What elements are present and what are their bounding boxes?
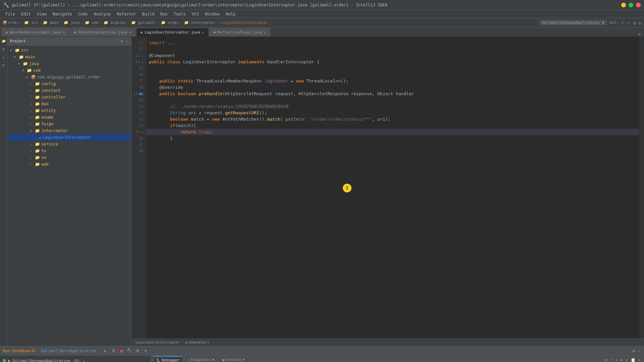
breadcrumb-sep: › (181, 340, 183, 345)
close-button[interactable] (636, 3, 641, 7)
tab-close-login[interactable]: ✕ (202, 31, 204, 34)
tab-close-reflective[interactable]: ✕ (264, 31, 266, 34)
menu-file[interactable]: File (3, 11, 18, 17)
code-line-26: } (146, 135, 639, 141)
nav-src[interactable]: 📁 src (24, 20, 38, 25)
minimize-button[interactable] (621, 3, 626, 7)
run-close-icon[interactable]: — (638, 348, 641, 354)
tree-main[interactable]: ▼ 📁 main (7, 54, 131, 60)
nav-logininterceptor[interactable]: ☕ LoginUserInterceptor (220, 20, 268, 25)
tab-overflow[interactable]: ≡ (636, 32, 643, 37)
debug-toolbar-icon4[interactable]: ⊕ (620, 357, 623, 362)
run-stop-btn[interactable]: ■ (118, 347, 125, 355)
code-line-16 (146, 71, 639, 78)
title-text: gulimall [F:\gulimall] – ...\gulimall-or… (12, 3, 387, 7)
tab-close-feign[interactable]: ✕ (129, 31, 131, 34)
scroll-gutter[interactable] (639, 37, 644, 339)
run-filter2-btn[interactable]: ≡ (142, 347, 149, 355)
tab-label-login: LoginUserInterceptor.java (145, 30, 200, 35)
menu-vcs[interactable]: VCS (189, 11, 202, 17)
menu-refactor[interactable]: Refactor (114, 11, 139, 17)
debug-toolbar-icon7[interactable]: ≡ (638, 357, 641, 362)
nav-main[interactable]: 📁 main (43, 20, 59, 25)
panel-action-collapse[interactable]: — (125, 38, 128, 44)
debug-tab-debugger[interactable]: 🐛 Debugger (154, 356, 182, 362)
tab-close-ware[interactable]: ✕ (63, 31, 65, 34)
debug-tab-console-label: Console (226, 358, 241, 362)
run-edit-icon[interactable]: ✏ (83, 359, 86, 362)
code-line-18: @Override (146, 84, 639, 90)
debug-tab-endpoints[interactable]: ⚡ Endpoints ▼ (185, 356, 217, 362)
tree-service[interactable]: ▶ 📁 service (7, 141, 131, 147)
sidebar-project-icon[interactable]: 📁 (1, 38, 6, 44)
menu-edit[interactable]: Edit (18, 11, 34, 17)
code-line-23: boolean match = new AntPathMatcher().mat… (146, 116, 639, 122)
nav-gulimall[interactable]: 📁 gulimall (131, 20, 156, 25)
tab-login-interceptor[interactable]: LoginUserInterceptor.java ✕ (136, 28, 209, 37)
nav-atguigu[interactable]: 📁 atguigu (104, 20, 126, 25)
line-num-20: 20 (131, 97, 143, 103)
nav-order[interactable]: 📦 order (3, 20, 19, 25)
nav-order2[interactable]: 📁 order (161, 20, 179, 25)
menu-code[interactable]: Code (75, 11, 91, 17)
menu-analyze[interactable]: Analyze (91, 11, 113, 17)
tree-src[interactable]: ▼ 📁 src (7, 47, 131, 54)
tree-java[interactable]: ▼ 📁 java (7, 60, 131, 67)
menu-build[interactable]: Build (140, 11, 157, 17)
run-build-btn[interactable]: 🔨 (126, 347, 133, 355)
tree-interceptor[interactable]: ▼ 📁 interceptor (7, 127, 131, 134)
nav-com[interactable]: 📁 com (85, 20, 99, 25)
tree-to[interactable]: ▶ 📁 to (7, 147, 131, 154)
sidebar-settings-icon[interactable]: ⚙ (1, 62, 6, 68)
menu-run[interactable]: Run (158, 11, 170, 17)
run-filter-btn[interactable]: ⊞ (134, 347, 141, 355)
tree-com[interactable]: ▼ 📁 com (7, 67, 131, 74)
breadcrumb-class: LoginUserInterceptor (136, 340, 180, 345)
sidebar-bookmark-icon[interactable]: ★ (1, 54, 6, 60)
debug-toolbar-icon2[interactable]: ↑ (609, 357, 613, 362)
menu-tools[interactable]: Tools (171, 11, 189, 17)
tree-atguigu[interactable]: ▼ 📦 com.atguigu.gulimall.order (7, 74, 131, 80)
run-settings-icon[interactable]: ⚙ (632, 348, 636, 354)
tree-login-user-interceptor[interactable]: ▶ ☕ LoginUserInterceptor (7, 134, 131, 141)
menu-window[interactable]: Window (202, 11, 222, 17)
panel-action-settings[interactable]: ⚙ (120, 38, 124, 44)
nav-git[interactable]: Git: (609, 20, 619, 25)
title-bar: 🔧 gulimall [F:\gulimall] – ...\gulimall-… (0, 0, 644, 10)
code-line-21: // /order/order/status/29482948202984028… (146, 103, 639, 110)
run-pause-btn[interactable]: ⏸ (110, 347, 117, 355)
line-num-21: 21 (131, 103, 143, 110)
tree-controller[interactable]: ▶ 📁 controller (7, 94, 131, 101)
tab-ware-sku[interactable]: WareSkuServiceImpl.java ✕ (1, 28, 69, 37)
tab-order-feign[interactable]: OrderFeignService.java ✕ (70, 28, 136, 37)
tab-reflective-feign[interactable]: ReflectiveFeign.java ✕ (209, 28, 270, 37)
tree-feign[interactable]: ▶ 📁 feign (7, 121, 131, 127)
tree-config[interactable]: ▶ 📁 config (7, 80, 131, 87)
tree-enume[interactable]: ▶ 📁 enume (7, 114, 131, 121)
sidebar-structure-icon[interactable]: ⊞ (1, 46, 6, 52)
debug-tab-console[interactable]: ▣ Console ▼ (220, 356, 247, 362)
tab-bar: WareSkuServiceImpl.java ✕ OrderFeignServ… (0, 27, 644, 37)
maximize-button[interactable] (629, 3, 633, 7)
tab-label-reflective: ReflectiveFeign.java (218, 30, 262, 35)
tree-vo[interactable]: ▶ 📁 vo (7, 154, 131, 161)
tree-dao[interactable]: ▶ 📁 dao (7, 101, 131, 107)
tree-entity[interactable]: ▶ 📁 entity (7, 107, 131, 114)
nav-java[interactable]: 📁 java (64, 20, 79, 25)
debug-toolbar-icon5[interactable]: ↺ (625, 357, 629, 362)
menu-help[interactable]: Help (223, 11, 238, 17)
menu-navigate[interactable]: Navigate (50, 11, 75, 17)
run-start-btn[interactable]: ▶ (102, 347, 109, 355)
nav-gateway-app[interactable]: GulimallGatewayApplication ▼ (539, 20, 607, 25)
debug-tab-endpoints-label: Endpoints (191, 358, 211, 362)
debug-tab-debugger-label: Debugger (162, 358, 179, 362)
debug-toolbar-icon3[interactable]: ↓ (614, 357, 618, 362)
tree-constant[interactable]: ▶ 📁 constant (7, 87, 131, 94)
tree-web[interactable]: ▶ 📁 web (7, 161, 131, 168)
nav-interceptor[interactable]: 📁 interceptor (184, 20, 215, 25)
debug-toolbar-icon1[interactable]: ⊟ (604, 357, 608, 362)
code-lines[interactable]: import ... @Component public class Login… (146, 37, 639, 339)
menu-view[interactable]: View (34, 11, 49, 17)
debug-toolbar-icon6[interactable]: 📋 (630, 357, 636, 362)
run-item-gateway[interactable]: ▶ GulimallGatewayApplication :88/ ✏ (0, 357, 151, 362)
